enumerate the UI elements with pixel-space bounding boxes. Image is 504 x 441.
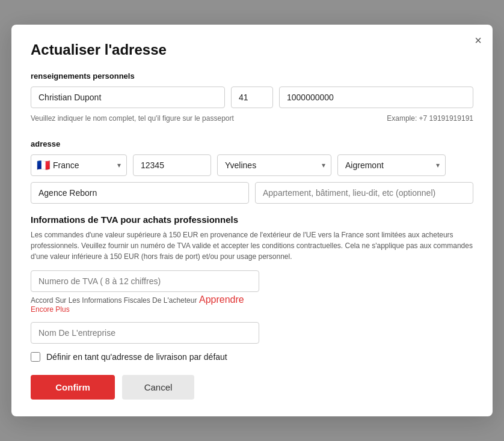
- full-name-hint: Veuillez indiquer le nom complet, tel qu…: [31, 114, 234, 123]
- cancel-button[interactable]: Cancel: [122, 375, 194, 400]
- default-address-label: Définir en tant qu'adresse de livraison …: [46, 352, 227, 362]
- city-select-wrapper: Aigremont ▾: [337, 154, 446, 176]
- default-address-row: Définir en tant qu'adresse de livraison …: [31, 352, 473, 362]
- company-name-input[interactable]: [31, 322, 259, 344]
- accord-text: Accord Sur Les Informations Fiscales De …: [31, 296, 197, 305]
- tva-description: Les commandes d'une valeur supérieure à …: [31, 230, 473, 262]
- tva-input[interactable]: [31, 270, 259, 292]
- country-select[interactable]: France: [31, 154, 127, 176]
- phone-input[interactable]: [279, 87, 473, 108]
- street-input[interactable]: [31, 182, 249, 204]
- learn-more-link[interactable]: Apprendre: [199, 294, 244, 305]
- apt-input[interactable]: [255, 182, 473, 204]
- country-select-wrapper: 🇫🇷 France ▾: [31, 154, 127, 176]
- modal-overlay: × Actualiser l'adresse renseignements pe…: [0, 0, 504, 441]
- encore-plus-link[interactable]: Encore Plus: [31, 305, 473, 314]
- tva-section-title: Informations de TVA pour achats professi…: [31, 214, 473, 225]
- city-select[interactable]: Aigremont: [337, 154, 446, 176]
- buttons-row: Confirm Cancel: [31, 375, 473, 400]
- modal-title: Actualiser l'adresse: [31, 41, 473, 58]
- close-button[interactable]: ×: [475, 34, 482, 46]
- department-select[interactable]: Yvelines: [217, 154, 331, 176]
- personal-section-label: renseignements personnels: [31, 71, 473, 81]
- department-select-wrapper: Yvelines ▾: [217, 154, 331, 176]
- default-address-checkbox[interactable]: [31, 352, 40, 362]
- address-section-label: adresse: [31, 139, 473, 148]
- modal-dialog: × Actualiser l'adresse renseignements pe…: [11, 25, 493, 416]
- confirm-button[interactable]: Confirm: [31, 375, 115, 400]
- phone-prefix-input[interactable]: [231, 87, 273, 108]
- postal-code-input[interactable]: [133, 154, 211, 176]
- full-name-input[interactable]: [31, 87, 225, 108]
- phone-hint: Example: +7 19191919191: [387, 114, 473, 123]
